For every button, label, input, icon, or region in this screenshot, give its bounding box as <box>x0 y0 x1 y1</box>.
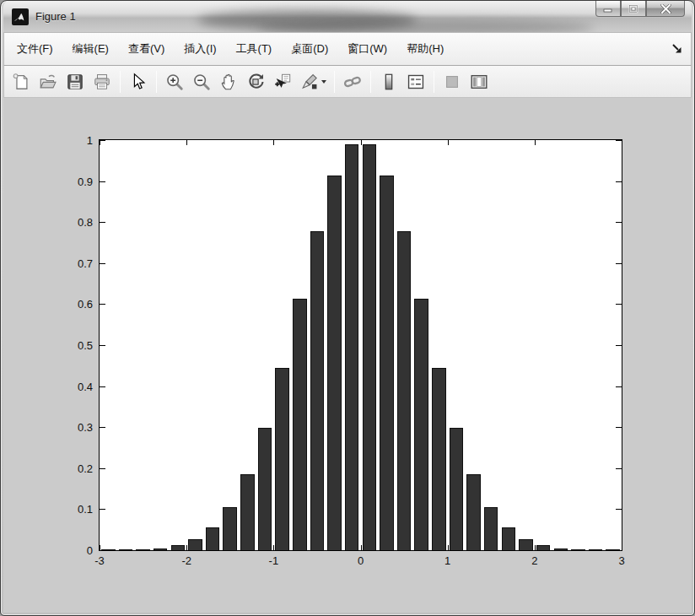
x-axis-tick-top <box>535 140 536 145</box>
y-axis-tick <box>100 386 105 387</box>
x-axis-tick-top <box>273 140 274 145</box>
new-figure-button[interactable] <box>8 70 34 94</box>
zoom-in-button[interactable] <box>162 70 187 94</box>
y-axis-tick-right <box>616 386 622 387</box>
menu-item-window[interactable]: 窗口(W) <box>340 37 395 61</box>
toolbar-separator <box>120 71 121 93</box>
link-icon <box>343 73 362 91</box>
y-axis-tick-right <box>616 468 622 469</box>
window-title: Figure 1 <box>35 10 76 23</box>
data-cursor-icon <box>273 73 292 91</box>
print-figure-button[interactable] <box>89 70 115 94</box>
brush-data-button[interactable] <box>297 70 329 94</box>
y-tick-label: 0.7 <box>78 257 93 269</box>
x-axis-tick-top <box>361 140 362 145</box>
y-tick-label: 0.3 <box>78 421 93 434</box>
x-axis-tick-top <box>622 140 622 145</box>
axes-plot-area[interactable]: -3-2-1012300.10.20.30.40.50.60.70.80.91 <box>99 139 622 551</box>
y-tick-label: 0.9 <box>78 175 93 187</box>
bar <box>571 549 585 550</box>
y-tick-label: 0.1 <box>78 503 93 516</box>
menu-item-view[interactable]: 查看(V) <box>121 37 172 61</box>
y-tick-label: 0.2 <box>78 462 93 474</box>
title-bar[interactable]: Figure 1 <box>3 1 692 32</box>
y-axis-tick <box>100 550 105 551</box>
rotate-3d-icon <box>246 73 265 91</box>
bar <box>345 144 359 550</box>
y-axis-tick <box>100 222 105 223</box>
bar <box>206 527 220 550</box>
y-tick-label: 0.8 <box>78 216 93 229</box>
matlab-logo-icon <box>12 8 29 25</box>
y-tick-label: 1 <box>87 134 93 147</box>
bar <box>397 231 412 550</box>
open-folder-icon <box>39 73 57 91</box>
pan-hand-icon <box>219 73 238 91</box>
menu-item-file[interactable]: 文件(F) <box>9 37 61 61</box>
brush-icon <box>300 73 319 91</box>
y-axis-tick-right <box>616 263 622 264</box>
x-axis-tick-top <box>448 140 449 145</box>
menu-item-tools[interactable]: 工具(T) <box>229 37 280 61</box>
bar <box>119 549 133 550</box>
y-axis-tick-right <box>616 509 622 510</box>
bar <box>154 548 168 550</box>
toolbar <box>3 66 692 98</box>
y-axis-tick <box>100 304 105 305</box>
figure-window: Figure 1 文件(F)编辑(E)查看(V)插入(I)工具(T)桌面(D)窗… <box>0 0 695 616</box>
link-plot-button[interactable] <box>340 70 365 94</box>
toolbar-separator <box>434 71 434 93</box>
menu-item-edit[interactable]: 编辑(E) <box>65 37 116 61</box>
open-file-button[interactable] <box>35 70 61 94</box>
new-figure-icon <box>12 73 30 91</box>
dock-figure-arrow-icon[interactable] <box>671 43 682 54</box>
bar <box>554 548 568 550</box>
y-axis-tick <box>100 468 105 469</box>
x-tick-label: 0 <box>358 554 364 567</box>
figure-canvas: -3-2-1012300.10.20.30.40.50.60.70.80.91 <box>3 98 692 613</box>
bar <box>275 368 289 550</box>
x-axis-tick <box>361 545 362 550</box>
bar <box>519 539 533 550</box>
edit-plot-button[interactable] <box>126 70 151 94</box>
bar <box>432 368 446 550</box>
y-tick-label: 0.6 <box>78 298 93 311</box>
menu-item-help[interactable]: 帮助(H) <box>399 37 451 61</box>
close-button[interactable] <box>646 1 685 17</box>
y-axis-tick <box>100 427 105 428</box>
pan-button[interactable] <box>216 70 241 94</box>
y-axis-tick-right <box>616 345 622 346</box>
bar <box>188 539 202 550</box>
x-tick-label: 1 <box>444 554 450 567</box>
insert-colorbar-button[interactable] <box>376 70 401 94</box>
restore-button[interactable] <box>621 1 646 17</box>
dropdown-caret-icon[interactable] <box>321 80 326 84</box>
insert-legend-button[interactable] <box>403 70 428 94</box>
zoom-in-icon <box>165 73 184 91</box>
zoom-out-button[interactable] <box>189 70 214 94</box>
minimize-button[interactable] <box>595 1 621 17</box>
print-icon <box>93 73 111 91</box>
rotate-3d-button[interactable] <box>243 70 268 94</box>
x-tick-label: -2 <box>181 554 191 567</box>
scan-artifact <box>256 19 594 32</box>
y-tick-label: 0.5 <box>78 339 93 352</box>
data-cursor-button[interactable] <box>270 70 295 94</box>
y-tick-label: 0.4 <box>78 380 93 392</box>
show-plot-tools-button[interactable] <box>466 70 492 94</box>
menu-items: 文件(F)编辑(E)查看(V)插入(I)工具(T)桌面(D)窗口(W)帮助(H) <box>9 37 455 61</box>
y-axis-tick-right <box>616 222 622 223</box>
menu-item-insert[interactable]: 插入(I) <box>176 37 224 61</box>
bar <box>223 507 237 550</box>
menu-item-desktop[interactable]: 桌面(D) <box>283 37 336 61</box>
colorbar-icon <box>380 73 398 91</box>
y-axis-tick <box>100 263 105 264</box>
y-axis-tick <box>100 181 105 182</box>
bar <box>258 428 272 550</box>
x-axis-tick-top <box>186 140 187 145</box>
window-controls <box>595 1 685 17</box>
save-figure-button[interactable] <box>62 70 88 94</box>
hide-plot-tools-icon <box>443 73 461 91</box>
zoom-out-icon <box>192 73 211 91</box>
y-axis-tick-right <box>616 550 622 551</box>
